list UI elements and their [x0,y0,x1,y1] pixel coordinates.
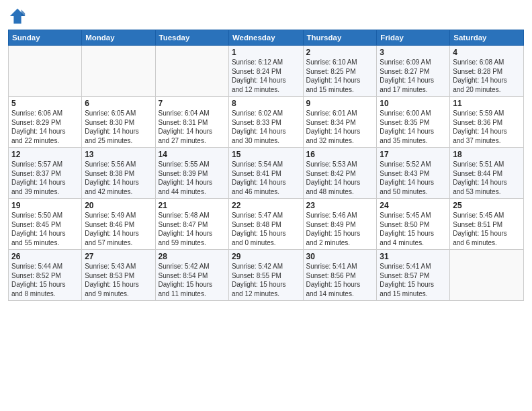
day-info: Sunrise: 5:42 AMSunset: 8:54 PMDaylight:… [159,262,226,298]
day-cell: 16Sunrise: 5:53 AMSunset: 8:42 PMDayligh… [303,148,377,199]
day-info: Sunrise: 5:55 AMSunset: 8:39 PMDaylight:… [159,160,226,196]
day-number: 23 [306,201,374,210]
day-cell [155,46,228,97]
day-number: 8 [232,99,300,108]
day-number: 25 [453,201,521,210]
day-cell: 29Sunrise: 5:42 AMSunset: 8:55 PMDayligh… [228,250,303,301]
header-wednesday: Wednesday [228,30,303,46]
day-number: 31 [380,252,447,261]
day-info: Sunrise: 5:42 AMSunset: 8:55 PMDaylight:… [232,262,300,298]
day-cell: 14Sunrise: 5:55 AMSunset: 8:39 PMDayligh… [155,148,228,199]
day-info: Sunrise: 5:41 AMSunset: 8:57 PMDaylight:… [380,262,447,298]
day-number: 10 [380,99,447,108]
day-cell: 25Sunrise: 5:45 AMSunset: 8:51 PMDayligh… [450,199,524,250]
day-cell: 8Sunrise: 6:02 AMSunset: 8:33 PMDaylight… [228,97,303,148]
day-cell: 23Sunrise: 5:46 AMSunset: 8:49 PMDayligh… [303,199,377,250]
day-info: Sunrise: 5:59 AMSunset: 8:36 PMDaylight:… [453,109,521,145]
week-row-2: 12Sunrise: 5:57 AMSunset: 8:37 PMDayligh… [9,148,524,199]
day-cell: 11Sunrise: 5:59 AMSunset: 8:36 PMDayligh… [450,97,524,148]
day-cell: 3Sunrise: 6:09 AMSunset: 8:27 PMDaylight… [377,46,450,97]
day-cell: 9Sunrise: 6:01 AMSunset: 8:34 PMDaylight… [303,97,377,148]
day-number: 28 [159,252,226,261]
day-number: 11 [453,99,521,108]
day-info: Sunrise: 5:57 AMSunset: 8:37 PMDaylight:… [11,160,79,196]
day-cell: 28Sunrise: 5:42 AMSunset: 8:54 PMDayligh… [155,250,228,301]
header-thursday: Thursday [303,30,377,46]
day-number: 26 [11,252,79,261]
day-cell: 15Sunrise: 5:54 AMSunset: 8:41 PMDayligh… [228,148,303,199]
day-cell [82,46,155,97]
day-number: 16 [306,150,374,159]
day-cell: 18Sunrise: 5:51 AMSunset: 8:44 PMDayligh… [450,148,524,199]
day-number: 30 [306,252,374,261]
day-number: 6 [85,99,152,108]
day-cell: 20Sunrise: 5:49 AMSunset: 8:46 PMDayligh… [82,199,155,250]
day-cell [9,46,82,97]
day-number: 9 [306,99,374,108]
day-cell: 27Sunrise: 5:43 AMSunset: 8:53 PMDayligh… [82,250,155,301]
day-cell: 31Sunrise: 5:41 AMSunset: 8:57 PMDayligh… [377,250,450,301]
day-info: Sunrise: 5:49 AMSunset: 8:46 PMDaylight:… [85,211,152,247]
header-saturday: Saturday [450,30,524,46]
day-cell: 30Sunrise: 5:41 AMSunset: 8:56 PMDayligh… [303,250,377,301]
day-number: 3 [380,48,447,57]
day-cell: 17Sunrise: 5:52 AMSunset: 8:43 PMDayligh… [377,148,450,199]
day-number: 15 [232,150,300,159]
day-number: 20 [85,201,152,210]
day-info: Sunrise: 6:04 AMSunset: 8:31 PMDaylight:… [159,109,226,145]
day-info: Sunrise: 5:53 AMSunset: 8:42 PMDaylight:… [306,160,374,196]
day-number: 14 [159,150,226,159]
header [8,7,524,26]
day-info: Sunrise: 6:01 AMSunset: 8:34 PMDaylight:… [306,109,374,145]
day-number: 17 [380,150,447,159]
header-friday: Friday [377,30,450,46]
day-cell: 6Sunrise: 6:05 AMSunset: 8:30 PMDaylight… [82,97,155,148]
day-cell: 13Sunrise: 5:56 AMSunset: 8:38 PMDayligh… [82,148,155,199]
week-row-1: 5Sunrise: 6:06 AMSunset: 8:29 PMDaylight… [9,97,524,148]
day-cell: 5Sunrise: 6:06 AMSunset: 8:29 PMDaylight… [9,97,82,148]
day-number: 22 [232,201,300,210]
day-info: Sunrise: 5:41 AMSunset: 8:56 PMDaylight:… [306,262,374,298]
logo-icon [8,7,27,26]
logo [8,7,28,26]
calendar-table: SundayMondayTuesdayWednesdayThursdayFrid… [8,30,524,301]
week-row-3: 19Sunrise: 5:50 AMSunset: 8:45 PMDayligh… [9,199,524,250]
day-number: 7 [159,99,226,108]
calendar-header-row: SundayMondayTuesdayWednesdayThursdayFrid… [9,30,524,46]
header-monday: Monday [82,30,155,46]
day-info: Sunrise: 5:48 AMSunset: 8:47 PMDaylight:… [159,211,226,247]
day-info: Sunrise: 6:09 AMSunset: 8:27 PMDaylight:… [380,58,447,94]
day-cell: 7Sunrise: 6:04 AMSunset: 8:31 PMDaylight… [155,97,228,148]
day-info: Sunrise: 5:46 AMSunset: 8:49 PMDaylight:… [306,211,374,247]
day-cell [450,250,524,301]
day-cell: 2Sunrise: 6:10 AMSunset: 8:25 PMDaylight… [303,46,377,97]
day-info: Sunrise: 5:45 AMSunset: 8:51 PMDaylight:… [453,211,521,247]
day-info: Sunrise: 5:54 AMSunset: 8:41 PMDaylight:… [232,160,300,196]
day-number: 19 [11,201,79,210]
day-cell: 26Sunrise: 5:44 AMSunset: 8:52 PMDayligh… [9,250,82,301]
day-info: Sunrise: 6:08 AMSunset: 8:28 PMDaylight:… [453,58,521,94]
header-sunday: Sunday [9,30,82,46]
day-number: 27 [85,252,152,261]
day-cell: 4Sunrise: 6:08 AMSunset: 8:28 PMDaylight… [450,46,524,97]
day-info: Sunrise: 5:52 AMSunset: 8:43 PMDaylight:… [380,160,447,196]
day-number: 21 [159,201,226,210]
day-info: Sunrise: 6:02 AMSunset: 8:33 PMDaylight:… [232,109,300,145]
day-info: Sunrise: 6:12 AMSunset: 8:24 PMDaylight:… [232,58,300,94]
svg-marker-1 [21,9,26,16]
day-cell: 1Sunrise: 6:12 AMSunset: 8:24 PMDaylight… [228,46,303,97]
day-cell: 19Sunrise: 5:50 AMSunset: 8:45 PMDayligh… [9,199,82,250]
day-info: Sunrise: 6:10 AMSunset: 8:25 PMDaylight:… [306,58,374,94]
day-info: Sunrise: 5:44 AMSunset: 8:52 PMDaylight:… [11,262,79,298]
day-info: Sunrise: 5:45 AMSunset: 8:50 PMDaylight:… [380,211,447,247]
day-cell: 12Sunrise: 5:57 AMSunset: 8:37 PMDayligh… [9,148,82,199]
day-number: 13 [85,150,152,159]
page: SundayMondayTuesdayWednesdayThursdayFrid… [0,0,532,411]
day-info: Sunrise: 5:43 AMSunset: 8:53 PMDaylight:… [85,262,152,298]
day-info: Sunrise: 6:05 AMSunset: 8:30 PMDaylight:… [85,109,152,145]
day-info: Sunrise: 5:56 AMSunset: 8:38 PMDaylight:… [85,160,152,196]
day-number: 4 [453,48,521,57]
day-info: Sunrise: 5:51 AMSunset: 8:44 PMDaylight:… [453,160,521,196]
day-number: 12 [11,150,79,159]
day-info: Sunrise: 5:50 AMSunset: 8:45 PMDaylight:… [11,211,79,247]
